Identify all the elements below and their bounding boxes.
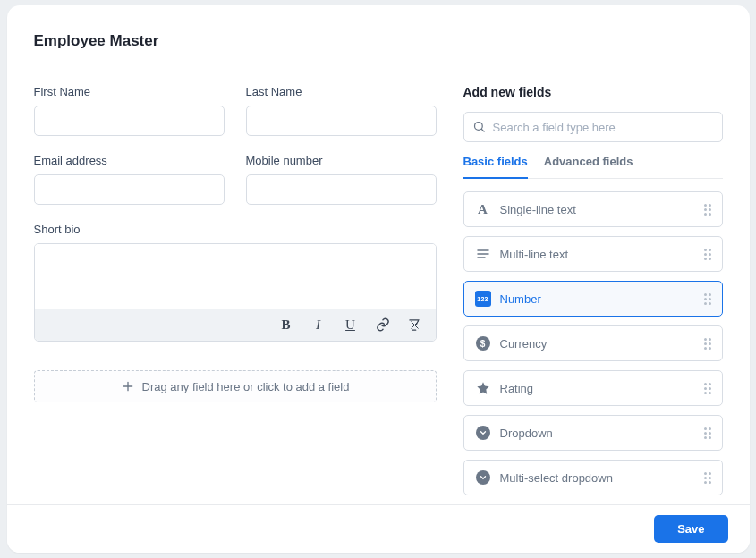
drag-handle-icon[interactable]	[704, 293, 711, 305]
field-type-dropdown[interactable]: Dropdown	[463, 415, 723, 451]
first-name-label: First Name	[34, 85, 225, 98]
email-label: Email address	[34, 154, 225, 167]
field-type-multi-select-dropdown[interactable]: Multi-select dropdown	[463, 460, 723, 495]
bio-textarea[interactable]	[35, 244, 436, 309]
field-type-single-line-text[interactable]: A Single-line text	[463, 191, 723, 227]
header: Employee Master	[7, 5, 750, 63]
plus-icon	[121, 379, 135, 393]
palette-tabs: Basic fields Advanced fields	[463, 155, 723, 179]
mobile-input[interactable]	[246, 174, 437, 205]
search-input[interactable]	[463, 112, 723, 142]
form-builder-window: Employee Master First Name Last Name Ema…	[7, 5, 750, 553]
svg-point-0	[474, 123, 482, 131]
email-input[interactable]	[34, 174, 225, 205]
first-name-input[interactable]	[34, 106, 225, 136]
last-name-input[interactable]	[246, 106, 437, 136]
field-palette: Add new fields Basic fields Advanced fie…	[463, 85, 723, 553]
underline-icon[interactable]: U	[343, 317, 359, 333]
link-icon[interactable]	[375, 317, 391, 333]
number-icon: 123	[475, 291, 491, 307]
bio-label: Short bio	[34, 223, 437, 236]
dropzone[interactable]: Drag any field here or click to add a fi…	[34, 370, 437, 402]
paragraph-icon	[475, 246, 491, 262]
drag-handle-icon[interactable]	[704, 249, 711, 260]
last-name-label: Last Name	[246, 85, 437, 98]
dropdown-icon	[475, 425, 491, 441]
field-type-rating[interactable]: Rating	[463, 370, 723, 406]
field-mobile: Mobile number	[246, 154, 437, 205]
field-bio: Short bio B I U	[34, 223, 437, 342]
mobile-label: Mobile number	[246, 154, 437, 167]
currency-icon: $	[475, 335, 491, 351]
field-type-currency[interactable]: $ Currency	[463, 326, 723, 361]
body: First Name Last Name Email address Mobil…	[7, 63, 750, 553]
rich-text-toolbar: B I U	[35, 309, 436, 341]
multi-select-icon	[475, 469, 491, 486]
star-icon	[475, 380, 491, 396]
footer: Save	[7, 504, 750, 553]
field-email: Email address	[34, 154, 225, 205]
drag-handle-icon[interactable]	[704, 427, 711, 439]
italic-icon[interactable]: I	[310, 317, 327, 333]
field-last-name: Last Name	[246, 85, 437, 136]
bio-editor: B I U	[34, 243, 437, 342]
field-first-name: First Name	[34, 85, 225, 136]
tab-advanced-fields[interactable]: Advanced fields	[544, 155, 633, 179]
field-list: A Single-line text Multi-line text 123 N…	[463, 191, 723, 495]
clear-format-icon[interactable]	[407, 317, 423, 333]
save-button[interactable]: Save	[654, 515, 727, 543]
field-search	[463, 112, 723, 142]
form-canvas: First Name Last Name Email address Mobil…	[34, 85, 437, 553]
drag-handle-icon[interactable]	[704, 338, 711, 350]
page-title: Employee Master	[34, 32, 723, 50]
search-icon	[472, 120, 486, 137]
drag-handle-icon[interactable]	[704, 204, 711, 216]
palette-title: Add new fields	[463, 85, 723, 99]
field-type-multi-line-text[interactable]: Multi-line text	[463, 236, 723, 272]
drag-handle-icon[interactable]	[704, 472, 711, 484]
text-icon: A	[475, 201, 491, 217]
bold-icon[interactable]: B	[278, 317, 294, 333]
dropzone-label: Drag any field here or click to add a fi…	[142, 380, 350, 393]
drag-handle-icon[interactable]	[704, 383, 711, 394]
field-type-number[interactable]: 123 Number	[463, 281, 723, 317]
tab-basic-fields[interactable]: Basic fields	[463, 155, 528, 179]
